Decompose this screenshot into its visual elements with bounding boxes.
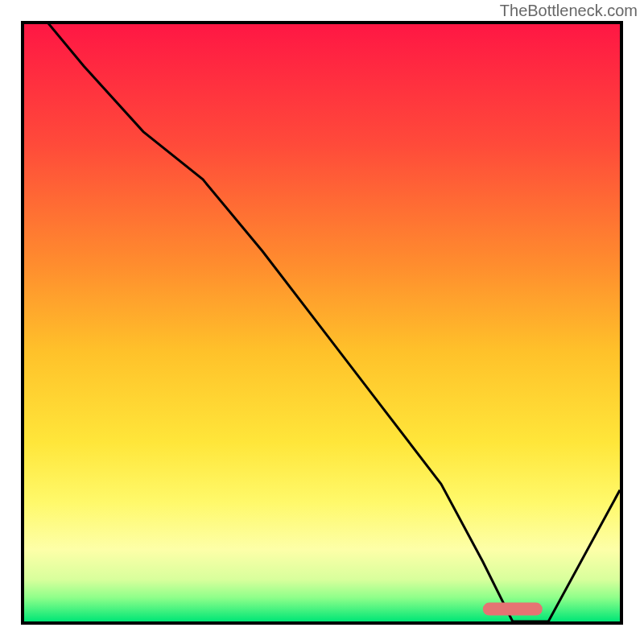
plot-area bbox=[21, 21, 623, 625]
chart-container: TheBottleneck.com bbox=[0, 0, 644, 644]
attribution-text: TheBottleneck.com bbox=[500, 2, 638, 20]
bottleneck-curve bbox=[24, 24, 620, 621]
optimal-marker bbox=[483, 603, 543, 616]
curve-layer bbox=[24, 24, 620, 621]
